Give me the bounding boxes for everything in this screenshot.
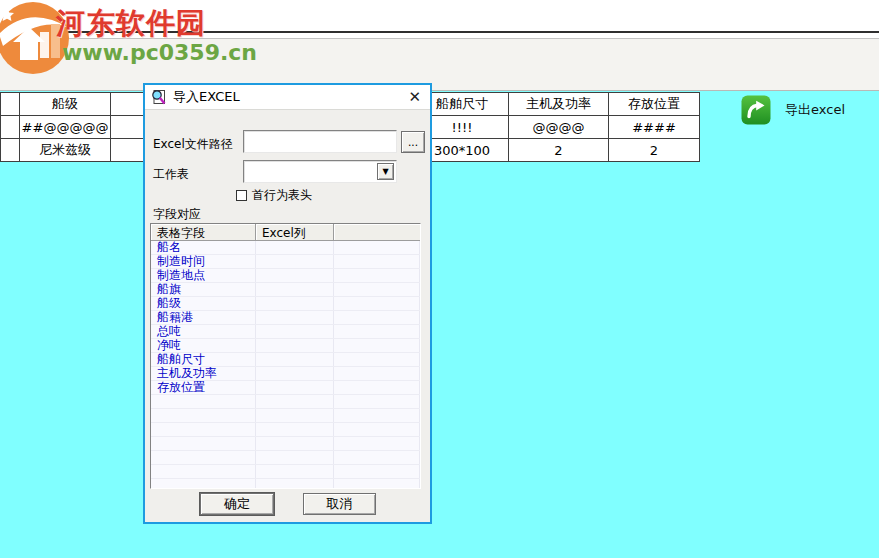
export-arrow-icon [741,95,771,125]
grid-row[interactable]: 主机及功率 [151,367,420,381]
grid-field-cell[interactable]: 主机及功率 [151,367,256,380]
table-cell[interactable]: 尼米兹级 [20,139,111,162]
grid-field-cell[interactable]: 总吨 [151,325,256,338]
grid-row-empty[interactable] [151,423,420,437]
grid-extra-cell[interactable] [334,269,420,282]
grid-row[interactable]: 船籍港 [151,311,420,325]
grid-excel-cell[interactable] [256,353,334,366]
column-header-storage-location: 存放位置 [609,93,700,116]
table-cell[interactable]: ##@@@@@ [20,116,111,139]
grid-excel-cell[interactable] [256,283,334,296]
grid-extra-cell[interactable] [334,311,420,324]
grid-field-cell[interactable]: 船籍港 [151,311,256,324]
cancel-button[interactable]: 取消 [303,493,376,515]
table-cell[interactable]: 2 [509,139,609,162]
column-header [1,93,20,116]
grid-row[interactable]: 总吨 [151,325,420,339]
column-header-engine-power: 主机及功率 [509,93,609,116]
site-url: www.pc0359.cn [62,40,257,65]
grid-row-empty[interactable] [151,479,420,489]
first-row-header-checkbox[interactable] [236,190,247,201]
grid-field-cell[interactable]: 船舶尺寸 [151,353,256,366]
grid-field-cell[interactable]: 船旗 [151,283,256,296]
table-cell[interactable]: 2 [609,139,700,162]
grid-excel-cell[interactable] [256,339,334,352]
grid-column-header-table-field: 表格字段 [151,224,256,241]
grid-row-empty[interactable] [151,409,420,423]
search-document-icon [151,89,167,105]
site-name: 河东软件园 [56,4,206,44]
file-path-input[interactable] [243,130,397,153]
import-excel-dialog: 导入EXCEL ✕ Excel文件路径 ... 工作表 ▼ 首行为表头 字段对应… [143,83,432,524]
mapping-grid: 表格字段 Excel列 船名 制造时间 制造地点 船旗 船级 船籍港 [150,223,421,489]
grid-row-empty[interactable] [151,395,420,409]
grid-field-cell[interactable]: 净吨 [151,339,256,352]
grid-row-empty[interactable] [151,451,420,465]
grid-column-header-excel-column: Excel列 [256,224,334,241]
table-cell[interactable]: @@@@ [509,116,609,139]
grid-excel-cell[interactable] [256,311,334,324]
table-cell[interactable]: #### [609,116,700,139]
grid-extra-cell[interactable] [334,255,420,268]
grid-excel-cell[interactable] [256,325,334,338]
dialog-title: 导入EXCEL [173,88,240,106]
column-header-ship-class: 船级 [20,93,111,116]
worksheet-select[interactable]: ▼ [243,160,397,183]
grid-field-cell[interactable]: 制造时间 [151,255,256,268]
grid-row[interactable]: 制造时间 [151,255,420,269]
file-path-label: Excel文件路径 [153,136,233,153]
grid-row[interactable]: 船名 [151,241,420,255]
grid-row[interactable]: 制造地点 [151,269,420,283]
grid-field-cell[interactable]: 船级 [151,297,256,310]
grid-field-cell[interactable]: 存放位置 [151,381,256,394]
grid-excel-cell[interactable] [256,367,334,380]
grid-extra-cell[interactable] [334,339,420,352]
first-row-header-label: 首行为表头 [252,187,312,204]
grid-field-cell[interactable]: 制造地点 [151,269,256,282]
grid-extra-cell[interactable] [334,297,420,310]
grid-excel-cell[interactable] [256,269,334,282]
grid-row[interactable]: 存放位置 [151,381,420,395]
grid-excel-cell[interactable] [256,241,334,254]
grid-row[interactable]: 船级 [151,297,420,311]
dialog-title-bar[interactable]: 导入EXCEL ✕ [145,85,430,110]
close-icon[interactable]: ✕ [408,90,421,105]
grid-excel-cell[interactable] [256,255,334,268]
grid-row-empty[interactable] [151,465,420,479]
grid-row[interactable]: 船旗 [151,283,420,297]
grid-excel-cell[interactable] [256,297,334,310]
chevron-down-icon[interactable]: ▼ [377,163,394,180]
grid-extra-cell[interactable] [334,241,420,254]
grid-extra-cell[interactable] [334,367,420,380]
toolbar-button-export-excel[interactable]: 导出excel [741,94,845,126]
grid-extra-cell[interactable] [334,353,420,366]
grid-row[interactable]: 净吨 [151,339,420,353]
grid-extra-cell[interactable] [334,283,420,296]
grid-row[interactable]: 船舶尺寸 [151,353,420,367]
grid-extra-cell[interactable] [334,325,420,338]
grid-extra-cell[interactable] [334,381,420,394]
grid-header-row: 表格字段 Excel列 [151,224,420,241]
field-mapping-label: 字段对应 [153,206,201,223]
browse-button[interactable]: ... [401,131,425,153]
worksheet-label: 工作表 [153,166,189,183]
row-selector[interactable] [1,139,20,162]
grid-row-empty[interactable] [151,437,420,451]
row-selector[interactable] [1,116,20,139]
ok-button[interactable]: 确定 [200,493,274,515]
grid-column-header-empty [334,224,420,241]
toolbar-label: 导出excel [785,101,845,119]
grid-excel-cell[interactable] [256,381,334,394]
first-row-header-option[interactable]: 首行为表头 [236,187,312,204]
grid-field-cell[interactable]: 船名 [151,241,256,254]
